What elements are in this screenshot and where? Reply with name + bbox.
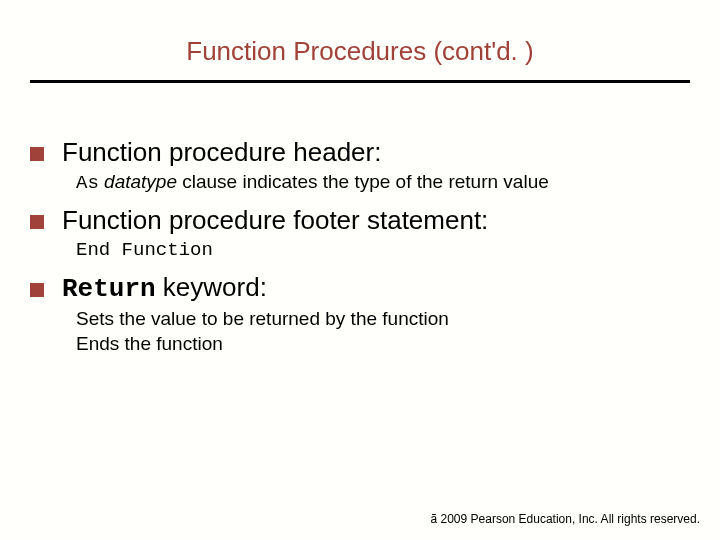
bullet-2-sub: End Function	[76, 237, 690, 263]
bullet-1-sub-rest: clause indicates the type of the return …	[177, 171, 549, 192]
copyright-footer: ã 2009 Pearson Education, Inc. All right…	[431, 512, 701, 526]
slide: Function Procedures (cont'd. ) Function …	[0, 0, 720, 540]
bullet-2-text: Function procedure footer statement:	[62, 206, 488, 236]
slide-title: Function Procedures (cont'd. )	[30, 36, 690, 67]
bullet-3-text: Return keyword:	[62, 273, 267, 305]
code-as: As	[76, 172, 99, 194]
title-rule	[30, 80, 690, 83]
slide-body: Function procedure header: As datatype c…	[30, 138, 690, 366]
bullet-1-sub: As datatype clause indicates the type of…	[76, 170, 690, 196]
square-bullet-icon	[30, 283, 44, 297]
bullet-3: Return keyword:	[30, 273, 690, 305]
bullet-2: Function procedure footer statement:	[30, 206, 690, 236]
bullet-3-sub1: Sets the value to be returned by the fun…	[76, 307, 690, 332]
square-bullet-icon	[30, 147, 44, 161]
code-datatype: datatype	[99, 171, 177, 192]
code-function: Function	[110, 239, 213, 261]
code-return: Return	[62, 274, 156, 304]
bullet-1: Function procedure header:	[30, 138, 690, 168]
bullet-1-text: Function procedure header:	[62, 138, 381, 168]
square-bullet-icon	[30, 215, 44, 229]
code-end: End	[76, 239, 110, 261]
bullet-3-rest: keyword:	[156, 272, 267, 302]
bullet-3-sub2: Ends the function	[76, 332, 690, 357]
title-area: Function Procedures (cont'd. )	[30, 36, 690, 67]
